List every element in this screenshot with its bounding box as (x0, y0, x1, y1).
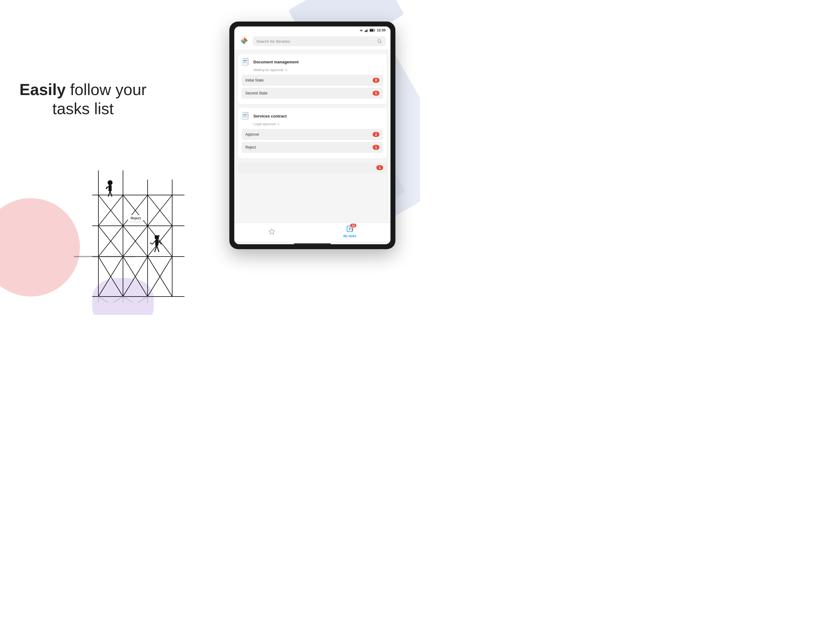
svg-rect-66 (242, 59, 248, 65)
doc-services-header: Services contract (242, 112, 383, 120)
svg-line-36 (108, 192, 110, 196)
state-second-badge: 5 (373, 91, 379, 96)
svg-rect-42 (155, 240, 158, 246)
wifi-icon (359, 28, 363, 32)
svg-line-61 (381, 42, 381, 43)
signal-icon (365, 28, 368, 32)
svg-rect-51 (366, 29, 368, 32)
svg-rect-35 (109, 185, 112, 192)
doc-services-meta: Legal approval ↻ (242, 122, 383, 126)
svg-rect-41 (155, 235, 159, 237)
figure-top (106, 180, 112, 196)
state-initial-badge: 8 (373, 78, 379, 83)
logo-svg (239, 36, 249, 46)
nav-favorites[interactable] (268, 228, 275, 235)
doc-management-status: Waiting for approval (253, 68, 283, 72)
scaffold-svg (74, 155, 191, 303)
svg-rect-68 (243, 62, 246, 62)
scaffold-illustration (74, 155, 191, 303)
state-reject-label: Reject (245, 145, 256, 149)
svg-rect-69 (243, 62, 246, 63)
svg-rect-76 (243, 116, 246, 116)
svg-rect-77 (243, 117, 246, 117)
doc-management-meta: Waiting for approval ↻ (242, 68, 383, 72)
state-reject[interactable]: Reject 1 (242, 142, 383, 153)
figure-bottom (150, 235, 161, 252)
state-approve-badge: 2 (373, 132, 379, 137)
hero-section: Easily follow yourtasks list (19, 80, 148, 119)
status-icons: 12:30 (359, 28, 385, 32)
svg-rect-50 (366, 30, 366, 32)
mytasks-label: My tasks (343, 234, 356, 238)
bg-circle-pink (0, 198, 80, 296)
tooltip-reject: Reject (128, 215, 144, 221)
refresh-icon-2: ↻ (277, 122, 280, 126)
svg-marker-58 (244, 41, 248, 44)
svg-rect-75 (243, 114, 247, 115)
search-icon (377, 39, 382, 44)
svg-rect-49 (365, 31, 366, 32)
svg-point-60 (378, 40, 381, 43)
doc-services-title: Services contract (253, 114, 287, 119)
hero-light: follow yourtasks list (52, 81, 146, 117)
state-second-label: Second State (245, 91, 267, 95)
search-placeholder: Search for libraries (256, 39, 290, 44)
svg-marker-56 (244, 37, 248, 41)
svg-rect-67 (243, 60, 247, 61)
svg-line-31 (98, 296, 123, 303)
doc-management-title: Document management (253, 60, 298, 64)
doc-services-icon (242, 112, 250, 120)
svg-line-46 (150, 243, 152, 244)
svg-line-37 (110, 192, 112, 196)
doc-card-services[interactable]: Services contract Legal approval ↻ Appro… (238, 108, 387, 158)
state-approve[interactable]: Approve 2 (242, 129, 383, 140)
time-display: 12:30 (377, 28, 385, 32)
state-initial-label: Initial State (245, 78, 264, 82)
tooltip-label: Reject (131, 216, 141, 220)
bottom-nav: 16 My tasks (234, 223, 390, 242)
partial-badge: 1 (376, 165, 383, 170)
svg-marker-57 (240, 41, 244, 44)
refresh-icon-1: ↻ (285, 68, 287, 72)
tablet-wrapper: 12:30 Search for libraries (229, 22, 401, 255)
search-bar[interactable]: Search for libraries (253, 36, 385, 46)
svg-line-44 (157, 246, 159, 252)
content-area[interactable]: Document management Waiting for approval… (234, 50, 390, 223)
app-header: Search for libraries (234, 34, 390, 50)
svg-rect-54 (370, 29, 373, 32)
mytasks-badge: 16 (350, 224, 356, 227)
doc-management-icon (242, 57, 250, 66)
state-approve-label: Approve (245, 132, 259, 136)
nav-mytasks[interactable]: 16 My tasks (343, 225, 356, 238)
state-reject-badge: 1 (373, 145, 379, 150)
svg-rect-74 (242, 113, 248, 120)
doc-services-status: Legal approval (253, 122, 275, 126)
status-bar: 12:30 (234, 27, 390, 34)
hero-bold: Easily (19, 81, 65, 98)
svg-point-34 (107, 180, 112, 185)
svg-line-33 (123, 296, 148, 303)
state-second[interactable]: Second State 5 (242, 88, 383, 99)
tablet-device: 12:30 Search for libraries (229, 22, 395, 249)
favorites-icon (268, 228, 275, 235)
app-logo (239, 36, 249, 46)
hero-text: Easily follow yourtasks list (19, 80, 148, 119)
tablet-screen: 12:30 Search for libraries (234, 27, 390, 244)
svg-rect-52 (368, 28, 368, 32)
svg-line-30 (98, 296, 123, 303)
home-bar (294, 243, 331, 244)
svg-line-32 (123, 296, 148, 303)
svg-line-45 (152, 241, 155, 244)
battery-icon (369, 28, 375, 32)
svg-rect-55 (374, 30, 375, 31)
partial-row: 1 (238, 162, 387, 173)
doc-management-header: Document management (242, 57, 383, 66)
svg-marker-78 (269, 229, 275, 234)
doc-card-management[interactable]: Document management Waiting for approval… (238, 54, 387, 104)
state-initial[interactable]: Initial State 8 (242, 75, 383, 86)
